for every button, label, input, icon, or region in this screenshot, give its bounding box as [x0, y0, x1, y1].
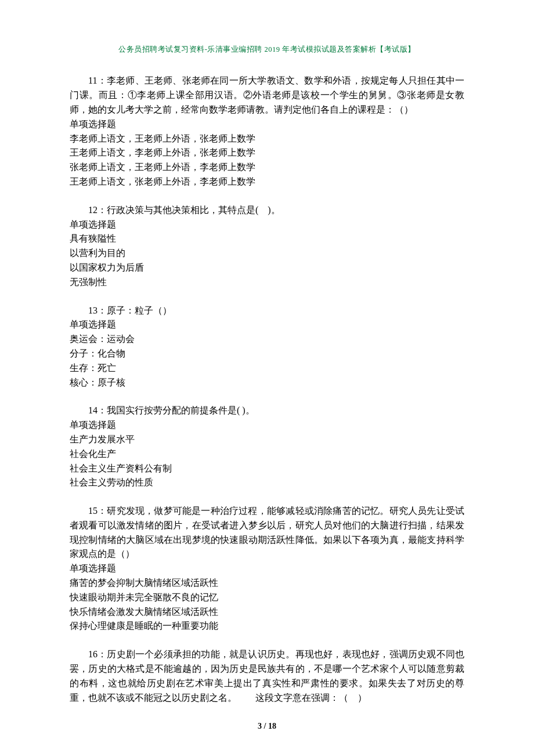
- option: 快乐情绪会激发大脑情绪区域活跃性: [70, 605, 464, 620]
- question-stem: 13：原子：粒子（）: [70, 304, 464, 318]
- option: 痛苦的梦会抑制大脑情绪区域活跃性: [70, 576, 464, 591]
- page-number: 3 / 18: [70, 720, 464, 733]
- option: 以营利为目的: [70, 246, 464, 261]
- option: 以国家权力为后盾: [70, 261, 464, 275]
- option: 保持心理健康是睡眠的一种重要功能: [70, 619, 464, 633]
- option: 社会化生产: [70, 447, 464, 462]
- option: 快速眼动期并未完全驱散不良的记忆: [70, 591, 464, 605]
- question-stem: 12：行政决策与其他决策相比，其特点是( )。: [70, 203, 464, 218]
- option: 社会主义生产资料公有制: [70, 462, 464, 476]
- question-stem: 11：李老师、王老师、张老师在同一所大学教语文、数学和外语，按规定每人只担任其中…: [70, 74, 464, 117]
- question-type-label: 单项选择题: [70, 218, 464, 232]
- question-type-label: 单项选择题: [70, 418, 464, 433]
- option: 王老师上语文，李老师上外语，张老师上数学: [70, 146, 464, 160]
- option: 无强制性: [70, 275, 464, 290]
- option: 核心：原子核: [70, 376, 464, 390]
- question-13: 13：原子：粒子（） 单项选择题 奥运会：运动会 分子：化合物 生存：死亡 核心…: [70, 304, 464, 390]
- question-type-label: 单项选择题: [70, 561, 464, 576]
- question-16: 16：历史剧一个必须承担的功能，就是认识历史。再现也好，表现也好，强调历史观不同…: [70, 647, 464, 705]
- question-12: 12：行政决策与其他决策相比，其特点是( )。 单项选择题 具有狭隘性 以营利为…: [70, 203, 464, 290]
- question-15: 15：研究发现，做梦可能是一种治疗过程，能够减轻或消除痛苦的记忆。研究人员先让受…: [70, 504, 464, 633]
- question-14: 14：我国实行按劳分配的前提条件是( )。 单项选择题 生产力发展水平 社会化生…: [70, 404, 464, 490]
- question-type-label: 单项选择题: [70, 318, 464, 332]
- option: 张老师上语文，王老师上外语，李老师上数学: [70, 160, 464, 175]
- page-header: 公务员招聘考试复习资料-乐清事业编招聘 2019 年考试模拟试题及答案解析【考试…: [70, 44, 464, 55]
- option: 生产力发展水平: [70, 433, 464, 447]
- option: 社会主义劳动的性质: [70, 476, 464, 490]
- question-stem: 15：研究发现，做梦可能是一种治疗过程，能够减轻或消除痛苦的记忆。研究人员先让受…: [70, 504, 464, 561]
- option: 具有狭隘性: [70, 232, 464, 246]
- option: 分子：化合物: [70, 347, 464, 361]
- option: 王老师上语文，张老师上外语，李老师上数学: [70, 175, 464, 189]
- question-stem: 16：历史剧一个必须承担的功能，就是认识历史。再现也好，表现也好，强调历史观不同…: [70, 647, 464, 705]
- option: 奥运会：运动会: [70, 332, 464, 347]
- question-stem: 14：我国实行按劳分配的前提条件是( )。: [70, 404, 464, 418]
- option: 生存：死亡: [70, 361, 464, 376]
- question-type-label: 单项选择题: [70, 117, 464, 132]
- option: 李老师上语文，王老师上外语，张老师上数学: [70, 132, 464, 146]
- question-11: 11：李老师、王老师、张老师在同一所大学教语文、数学和外语，按规定每人只担任其中…: [70, 74, 464, 189]
